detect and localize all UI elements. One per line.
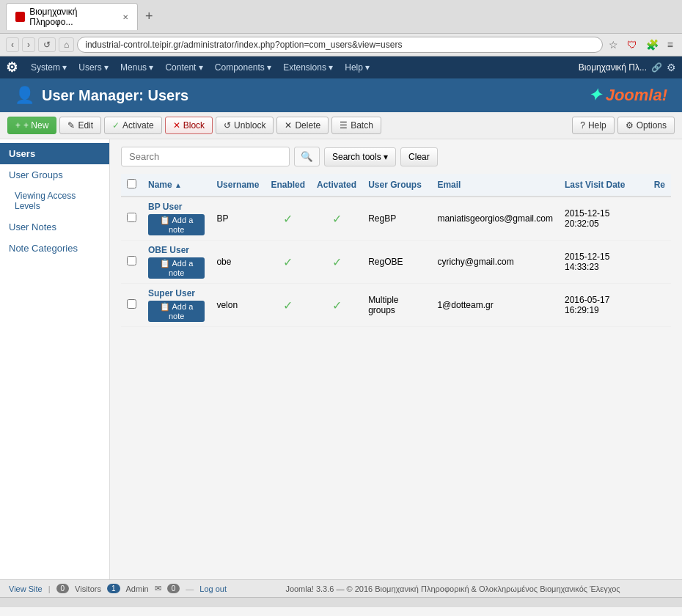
top-settings-button[interactable]: ⚙ bbox=[667, 62, 676, 73]
visitors-badge: 0 bbox=[56, 584, 70, 593]
username-cell: BP bbox=[210, 197, 265, 241]
add-note-button[interactable]: 📋 Add a note bbox=[148, 301, 205, 322]
re-cell bbox=[648, 284, 671, 327]
sidebar-item-user-groups[interactable]: User Groups bbox=[0, 164, 109, 186]
help-icon: ? bbox=[580, 120, 585, 131]
search-input[interactable] bbox=[121, 147, 290, 166]
menu-extensions[interactable]: Extensions bbox=[277, 59, 339, 76]
clear-button[interactable]: Clear bbox=[400, 147, 438, 166]
sidebar-item-note-categories[interactable]: Note Categories bbox=[0, 238, 109, 259]
new-tab-button[interactable]: + bbox=[145, 9, 153, 24]
last-visit-column-header: Last Visit Date bbox=[559, 174, 648, 197]
activated-check-icon: ✓ bbox=[332, 256, 342, 268]
menu-system[interactable]: System bbox=[25, 59, 73, 76]
page-header: 👤 User Manager: Users ✦ Joomla! bbox=[0, 78, 682, 112]
user-groups-cell: RegOBE bbox=[362, 241, 431, 284]
page-title: User Manager: Users bbox=[42, 87, 188, 104]
block-button[interactable]: ✕ Block bbox=[165, 117, 213, 134]
sidebar-item-users[interactable]: Users bbox=[0, 143, 109, 164]
address-bar[interactable] bbox=[77, 37, 603, 53]
site-title: Βιομηχανική Πλ... 🔗 ⚙ bbox=[579, 62, 676, 73]
user-name-link[interactable]: BP User bbox=[148, 202, 182, 212]
bookmark-button[interactable]: ☆ bbox=[606, 37, 621, 52]
forward-button[interactable]: › bbox=[22, 37, 35, 52]
username-column-header: Username bbox=[210, 174, 265, 197]
re-column-header: Re bbox=[648, 174, 671, 197]
name-column-header[interactable]: Name ▲ bbox=[142, 174, 210, 197]
new-button[interactable]: + + New bbox=[7, 117, 56, 134]
search-icon: 🔍 bbox=[301, 151, 313, 162]
activate-button[interactable]: ✓ Activate bbox=[104, 117, 162, 134]
user-groups-column-header: User Groups bbox=[362, 174, 431, 197]
block-icon: ✕ bbox=[173, 120, 180, 131]
user-name-link[interactable]: Super User bbox=[148, 288, 195, 298]
admin-badge: 1 bbox=[107, 584, 120, 593]
extensions-button[interactable]: 🧩 bbox=[643, 37, 661, 52]
sidebar-item-viewing-access-levels[interactable]: Viewing Access Levels bbox=[0, 186, 109, 216]
home-button[interactable]: ⌂ bbox=[59, 37, 74, 52]
logout-link[interactable]: Log out bbox=[199, 584, 227, 593]
security-icon: 🛡 bbox=[624, 37, 640, 52]
add-note-button[interactable]: 📋 Add a note bbox=[148, 257, 205, 279]
enabled-cell: ✓ bbox=[265, 197, 311, 241]
activated-cell: ✓ bbox=[311, 197, 362, 241]
enabled-check-icon: ✓ bbox=[283, 256, 293, 268]
activated-column-header: Activated bbox=[311, 174, 362, 197]
row-checkbox-0[interactable] bbox=[127, 213, 136, 222]
menu-help[interactable]: Help bbox=[339, 59, 375, 76]
joomla-logo-icon: ⚙ bbox=[6, 59, 18, 76]
user-groups-cell: RegBP bbox=[362, 197, 431, 241]
tab-favicon bbox=[15, 12, 25, 22]
delete-button[interactable]: ✕ Delete bbox=[276, 117, 329, 134]
email-cell: cyrichy@gmail.com bbox=[431, 241, 559, 284]
unblock-button[interactable]: ↺ Unblock bbox=[216, 117, 274, 134]
content-wrapper: Users User Groups Viewing Access Levels … bbox=[0, 139, 682, 579]
view-site-link[interactable]: View Site bbox=[9, 584, 43, 593]
user-name-link[interactable]: OBE User bbox=[148, 245, 189, 255]
footer-copyright: Joomla! 3.3.6 — © 2016 Βιομηχανική Πληρο… bbox=[232, 584, 673, 593]
last-visit-cell: 2015-12-15 20:32:05 bbox=[559, 197, 648, 241]
gear-icon: ⚙ bbox=[626, 120, 634, 131]
sidebar: Users User Groups Viewing Access Levels … bbox=[0, 139, 110, 579]
enabled-column-header: Enabled bbox=[265, 174, 311, 197]
menu-components[interactable]: Components bbox=[209, 59, 277, 76]
mail-badge: 0 bbox=[167, 584, 180, 593]
unblock-icon: ↺ bbox=[224, 120, 231, 131]
joomla-brand-logo: ✦ Joomla! bbox=[588, 86, 667, 105]
user-groups-cell: Multiple groups bbox=[362, 284, 431, 327]
enabled-check-icon: ✓ bbox=[283, 213, 293, 225]
search-button[interactable]: 🔍 bbox=[294, 147, 320, 166]
horizontal-scrollbar[interactable] bbox=[0, 597, 682, 607]
menu-users[interactable]: Users bbox=[73, 59, 114, 76]
last-visit-cell: 2016-05-17 16:29:19 bbox=[559, 284, 648, 327]
reload-button[interactable]: ↺ bbox=[38, 37, 56, 52]
enabled-cell: ✓ bbox=[265, 284, 311, 327]
row-checkbox-2[interactable] bbox=[127, 299, 136, 309]
batch-button[interactable]: ☰ Batch bbox=[331, 117, 381, 134]
menu-button[interactable]: ≡ bbox=[664, 37, 676, 52]
check-icon: ✓ bbox=[112, 120, 120, 131]
select-all-checkbox[interactable] bbox=[127, 179, 136, 188]
options-button[interactable]: ⚙ Options bbox=[617, 117, 675, 134]
browser-tab-bar: Βιομηχανική Πληροφο... ✕ + bbox=[0, 0, 682, 34]
help-button[interactable]: ? Help bbox=[572, 117, 614, 134]
menu-menus[interactable]: Menus bbox=[114, 59, 159, 76]
activated-cell: ✓ bbox=[311, 284, 362, 327]
sidebar-item-user-notes[interactable]: User Notes bbox=[0, 216, 109, 238]
user-manager-icon: 👤 bbox=[15, 86, 34, 105]
footer: View Site | 0 Visitors 1 Admin ✉ 0 — Log… bbox=[0, 579, 682, 597]
mail-icon: ✉ bbox=[155, 584, 161, 593]
joomla-menu-bar: ⚙ System Users Menus Content Components … bbox=[0, 56, 682, 78]
back-button[interactable]: ‹ bbox=[6, 37, 19, 52]
row-checkbox-1[interactable] bbox=[127, 256, 136, 265]
table-row: BP User 📋 Add a note BP ✓ ✓ RegBP maniat… bbox=[121, 197, 671, 241]
activated-check-icon: ✓ bbox=[332, 299, 342, 312]
edit-button[interactable]: ✎ Edit bbox=[59, 117, 101, 134]
add-note-button[interactable]: 📋 Add a note bbox=[148, 214, 205, 235]
re-cell bbox=[648, 197, 671, 241]
search-bar: 🔍 Search tools ▾ Clear bbox=[121, 147, 671, 166]
menu-content[interactable]: Content bbox=[159, 59, 208, 76]
active-tab[interactable]: Βιομηχανική Πληροφο... ✕ bbox=[6, 3, 138, 30]
tab-close-icon[interactable]: ✕ bbox=[122, 13, 128, 21]
search-tools-button[interactable]: Search tools ▾ bbox=[324, 147, 396, 166]
